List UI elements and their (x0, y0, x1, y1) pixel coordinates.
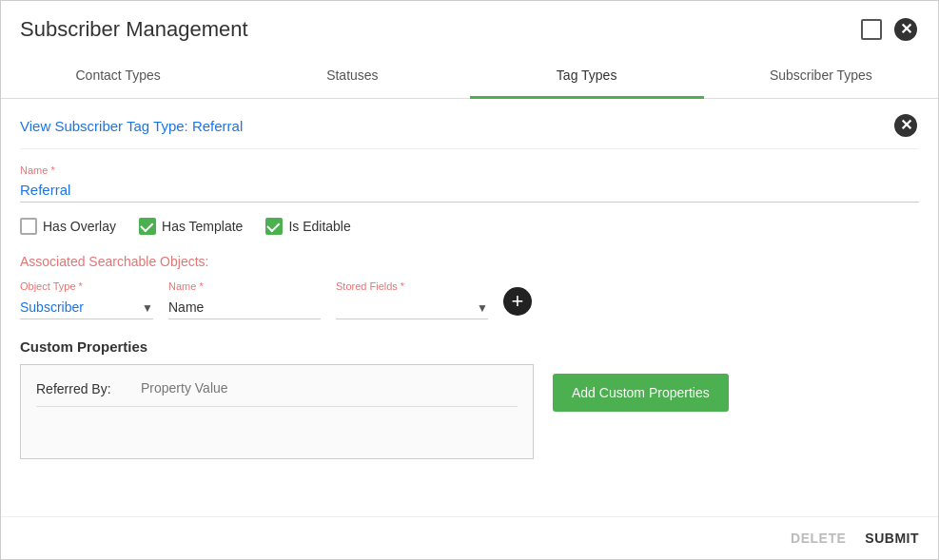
tab-tag-types[interactable]: Tag Types (470, 54, 704, 99)
checkbox-is-editable[interactable]: Is Editable (265, 218, 350, 235)
stored-fields-select[interactable] (336, 296, 488, 319)
content-area: View Subscriber Tag Type: Referral ✕ Nam… (1, 99, 938, 516)
modal-container: Subscriber Management ✕ Contact Types St… (0, 0, 939, 560)
has-template-label: Has Template (162, 219, 243, 234)
property-row: Referred By: (36, 378, 518, 407)
tab-contact-types[interactable]: Contact Types (1, 54, 235, 99)
has-overlay-label: Has Overlay (43, 219, 116, 234)
is-editable-label: Is Editable (288, 219, 350, 234)
property-value-input[interactable] (141, 378, 518, 398)
custom-properties-title: Custom Properties (20, 338, 919, 355)
checkbox-has-overlay[interactable]: Has Overlay (20, 218, 116, 235)
submit-button[interactable]: SUBMIT (865, 531, 919, 546)
maximize-icon (861, 19, 882, 40)
object-type-label: Object Type * (20, 280, 153, 292)
name-search-input[interactable] (168, 296, 321, 319)
sub-close-button[interactable]: ✕ (892, 112, 919, 139)
custom-properties-section: Custom Properties Referred By: Add Custo… (20, 338, 919, 459)
checkboxes-row: Has Overlay Has Template Is Editable (20, 218, 919, 235)
searchable-row: Object Type * Subscriber Contact Lead ▼ … (20, 280, 919, 319)
object-type-select-wrapper: Subscriber Contact Lead ▼ (20, 296, 153, 319)
sub-header-title: View Subscriber Tag Type: Referral (20, 118, 243, 134)
tab-subscriber-types[interactable]: Subscriber Types (704, 54, 938, 99)
associated-label: Associated Searchable Objects: (20, 254, 919, 269)
delete-button[interactable]: DELETE (791, 531, 846, 546)
stored-fields-label: Stored Fields * (336, 280, 488, 292)
tab-statuses[interactable]: Statuses (235, 54, 469, 99)
checkbox-has-template[interactable]: Has Template (139, 218, 243, 235)
sub-header: View Subscriber Tag Type: Referral ✕ (20, 99, 919, 149)
header-icons: ✕ (858, 16, 919, 43)
maximize-button[interactable] (858, 16, 885, 43)
add-custom-properties-button[interactable]: Add Custom Properties (553, 374, 729, 412)
custom-properties-box: Referred By: (20, 364, 534, 459)
stored-fields-select-wrapper: ▼ (336, 296, 488, 319)
object-type-select[interactable]: Subscriber Contact Lead (20, 296, 153, 319)
close-button[interactable]: ✕ (892, 16, 919, 43)
name-input[interactable] (20, 178, 919, 203)
modal-title: Subscriber Management (20, 17, 248, 42)
modal-header: Subscriber Management ✕ (1, 1, 938, 54)
stored-fields-field: Stored Fields * ▼ (336, 280, 488, 319)
property-key: Referred By: (36, 381, 131, 396)
tabs-bar: Contact Types Statuses Tag Types Subscri… (1, 54, 938, 99)
custom-properties-container: Referred By: Add Custom Properties (20, 364, 919, 459)
close-icon: ✕ (894, 18, 917, 41)
add-row-button[interactable]: + (503, 287, 532, 316)
name-search-label: Name * (168, 280, 321, 292)
name-label: Name * (20, 164, 919, 176)
has-template-checkbox[interactable] (139, 218, 156, 235)
modal-footer: DELETE SUBMIT (1, 516, 938, 559)
name-field-group: Name * (20, 164, 919, 203)
name-search-field: Name * (168, 280, 321, 319)
sub-close-icon: ✕ (894, 114, 917, 137)
associated-section: Associated Searchable Objects: Object Ty… (20, 254, 919, 319)
object-type-field: Object Type * Subscriber Contact Lead ▼ (20, 280, 153, 319)
is-editable-checkbox[interactable] (265, 218, 283, 235)
has-overlay-checkbox[interactable] (20, 218, 37, 235)
